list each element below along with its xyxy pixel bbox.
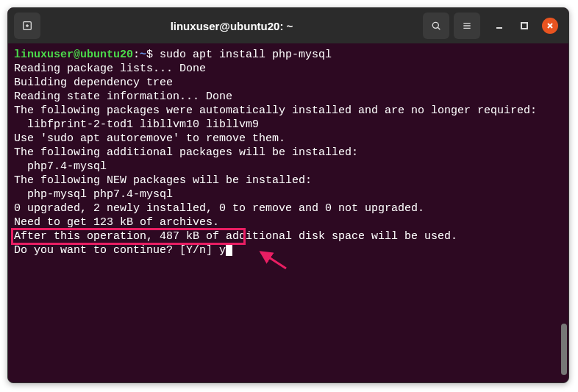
output-line: 0 upgraded, 2 newly installed, 0 to remo… [14, 202, 563, 215]
svg-point-3 [432, 22, 438, 28]
search-button[interactable] [423, 13, 449, 39]
output-line: libfprint-2-tod1 libllvm10 libllvm9 [14, 118, 563, 132]
svg-line-4 [438, 27, 440, 29]
output-line: Building dependency tree [14, 76, 563, 90]
output-line: After this operation, 487 kB of addition… [14, 229, 563, 243]
terminal-window: linuxuser@ubuntu20: ~ linuxuser@ubuntu20… [7, 7, 569, 383]
svg-rect-9 [521, 23, 527, 29]
prompt-user: linuxuser@ubuntu20 [14, 49, 133, 61]
prompt-colon: : [133, 49, 140, 61]
output-line: Use 'sudo apt autoremove' to remove them… [14, 132, 563, 146]
output-line: The following NEW packages will be insta… [14, 174, 563, 188]
continue-answer: y [219, 244, 226, 257]
terminal-body[interactable]: linuxuser@ubuntu20:~$ sudo apt install p… [8, 43, 568, 382]
prompt-dollar: $ [146, 49, 153, 61]
scrollbar-thumb[interactable] [561, 324, 567, 375]
output-line: Reading state information... Done [14, 90, 563, 104]
output-line: The following additional packages will b… [14, 146, 563, 160]
window-title: linuxuser@ubuntu20: ~ [45, 20, 418, 32]
close-button[interactable] [542, 18, 558, 34]
titlebar: linuxuser@ubuntu20: ~ [8, 8, 568, 43]
continue-question: Do you want to continue? [Y/n] [14, 244, 219, 257]
cursor [226, 243, 232, 256]
output-line: The following packages were automaticall… [14, 104, 563, 118]
output-line: php7.4-mysql [14, 160, 563, 174]
continue-prompt: Do you want to continue? [Y/n] y [14, 243, 563, 257]
prompt-path: ~ [140, 49, 146, 61]
maximize-button[interactable] [517, 18, 532, 33]
command-line: linuxuser@ubuntu20:~$ sudo apt install p… [14, 48, 563, 62]
output-line: php-mysql php7.4-mysql [14, 188, 563, 202]
new-tab-button[interactable] [14, 13, 40, 39]
menu-button[interactable] [454, 13, 480, 39]
output-line: Reading package lists... Done [14, 62, 563, 76]
output-line: Need to get 123 kB of archives. [14, 215, 563, 229]
minimize-button[interactable] [492, 18, 507, 33]
command-text: sudo apt install php-mysql [153, 49, 332, 61]
window-controls [492, 18, 558, 34]
